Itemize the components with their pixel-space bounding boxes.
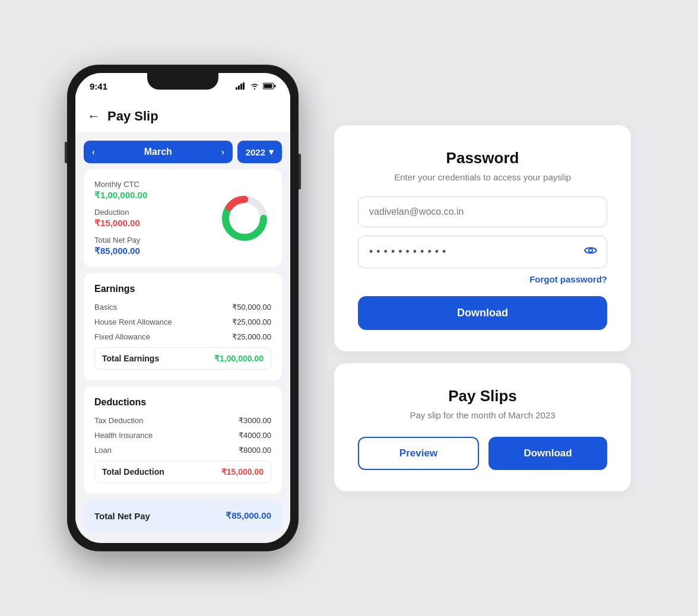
month-selector[interactable]: ‹ March › xyxy=(84,141,233,163)
fixed-row: Fixed Allowance ₹25,000.00 xyxy=(94,332,271,341)
status-time: 9:41 xyxy=(90,81,107,91)
year-dropdown-icon: ▾ xyxy=(269,147,274,157)
phone-notch xyxy=(147,73,218,90)
total-earnings-label: Total Earnings xyxy=(102,354,159,363)
earnings-card: Earnings Basics ₹50,000.00 House Rent Al… xyxy=(84,273,282,380)
month-nav: ‹ March › 2022 ▾ xyxy=(75,132,290,169)
payslips-buttons: Preview Download xyxy=(358,437,607,470)
monthly-ctc-item: Monthly CTC ₹1,00,000.00 xyxy=(94,180,147,201)
password-field-wrap xyxy=(358,236,607,268)
health-row: Health Insurance ₹4000.00 xyxy=(94,431,271,440)
tax-row: Tax Deduction ₹3000.00 xyxy=(94,416,271,425)
total-earnings-row: Total Earnings ₹1,00,000.00 xyxy=(94,347,271,370)
monthly-ctc-label: Monthly CTC xyxy=(94,180,147,189)
deductions-card: Deductions Tax Deduction ₹3000.00 Health… xyxy=(84,386,282,494)
forgot-password-link[interactable]: Forgot password? xyxy=(358,274,607,284)
deduction-label: Deduction xyxy=(94,208,147,217)
tax-amount: ₹3000.00 xyxy=(239,416,271,425)
fixed-amount: ₹25,000.00 xyxy=(232,332,271,341)
health-amount: ₹4000.00 xyxy=(239,431,271,440)
year-selector[interactable]: 2022 ▾ xyxy=(237,141,282,163)
basics-label: Basics xyxy=(94,303,117,312)
battery-icon xyxy=(263,82,276,90)
fixed-label: Fixed Allowance xyxy=(94,332,150,341)
svg-rect-2 xyxy=(240,84,242,90)
svg-rect-3 xyxy=(243,82,245,90)
earnings-title: Earnings xyxy=(94,284,271,294)
app-header: ← Pay Slip xyxy=(75,99,290,132)
right-panel: Password Enter your credentials to acces… xyxy=(334,125,631,491)
password-card-title: Password xyxy=(358,149,607,167)
hra-label: House Rent Allowance xyxy=(94,317,172,326)
total-net-pay-item: Total Net Pay ₹85,000.00 xyxy=(94,236,147,256)
total-net-value: ₹85,000.00 xyxy=(94,246,147,256)
password-input[interactable] xyxy=(358,236,607,268)
hra-amount: ₹25,000.00 xyxy=(232,317,271,326)
payslips-title: Pay Slips xyxy=(358,387,607,405)
prev-month-arrow[interactable]: ‹ xyxy=(92,147,95,157)
eye-icon[interactable] xyxy=(583,243,598,260)
preview-button[interactable]: Preview xyxy=(358,437,479,470)
loan-row: Loan ₹8000.00 xyxy=(94,446,271,455)
payslips-card: Pay Slips Pay slip for the month of Marc… xyxy=(334,363,631,491)
svg-rect-5 xyxy=(264,84,272,88)
total-earnings-amount: ₹1,00,000.00 xyxy=(214,354,264,363)
net-pay-bar: Total Net Pay ₹85,000.00 xyxy=(84,500,282,532)
svg-rect-0 xyxy=(236,87,237,90)
health-label: Health Insurance xyxy=(94,431,153,440)
signal-icon xyxy=(236,82,246,90)
svg-rect-1 xyxy=(238,85,240,90)
net-pay-amount: ₹85,000.00 xyxy=(226,510,271,521)
donut-chart xyxy=(218,192,271,245)
summary-items: Monthly CTC ₹1,00,000.00 Deduction ₹15,0… xyxy=(94,180,147,256)
status-icons xyxy=(236,82,276,90)
deductions-title: Deductions xyxy=(94,397,271,408)
password-card: Password Enter your credentials to acces… xyxy=(334,125,631,351)
email-input[interactable] xyxy=(358,196,607,227)
back-button[interactable]: ← xyxy=(87,109,100,124)
net-pay-label: Total Net Pay xyxy=(94,511,150,521)
app-content: ← Pay Slip ‹ March › 2022 ▾ xyxy=(75,99,290,543)
phone-screen: 9:41 xyxy=(75,73,290,543)
page-title: Pay Slip xyxy=(107,109,158,124)
tax-label: Tax Deduction xyxy=(94,416,143,425)
hra-row: House Rent Allowance ₹25,000.00 xyxy=(94,317,271,326)
year-label: 2022 xyxy=(246,147,265,157)
next-month-arrow[interactable]: › xyxy=(221,147,224,157)
total-deduction-amount: ₹15,000.00 xyxy=(221,467,264,477)
payslip-download-button[interactable]: Download xyxy=(488,437,607,470)
password-card-subtitle: Enter your credentials to access your pa… xyxy=(358,172,607,182)
deduction-item: Deduction ₹15,000.00 xyxy=(94,208,147,228)
loan-amount: ₹8000.00 xyxy=(239,446,271,455)
total-deduction-label: Total Deduction xyxy=(102,467,164,477)
total-net-label: Total Net Pay xyxy=(94,236,147,245)
wifi-icon xyxy=(250,82,259,90)
loan-label: Loan xyxy=(94,446,112,455)
phone-frame: 9:41 xyxy=(67,65,299,551)
basics-row: Basics ₹50,000.00 xyxy=(94,303,271,312)
month-label: March xyxy=(144,147,172,157)
total-deduction-row: Total Deduction ₹15,000.00 xyxy=(94,461,271,483)
basics-amount: ₹50,000.00 xyxy=(232,303,271,312)
svg-point-10 xyxy=(589,249,592,252)
summary-card: Monthly CTC ₹1,00,000.00 Deduction ₹15,0… xyxy=(84,169,282,267)
payslips-subtitle: Pay slip for the month of March 2023 xyxy=(358,410,607,420)
deduction-value: ₹15,000.00 xyxy=(94,218,147,228)
svg-rect-6 xyxy=(274,85,276,87)
phone-mockup: 9:41 xyxy=(67,65,299,551)
download-button[interactable]: Download xyxy=(358,296,607,330)
monthly-ctc-value: ₹1,00,000.00 xyxy=(94,190,147,201)
